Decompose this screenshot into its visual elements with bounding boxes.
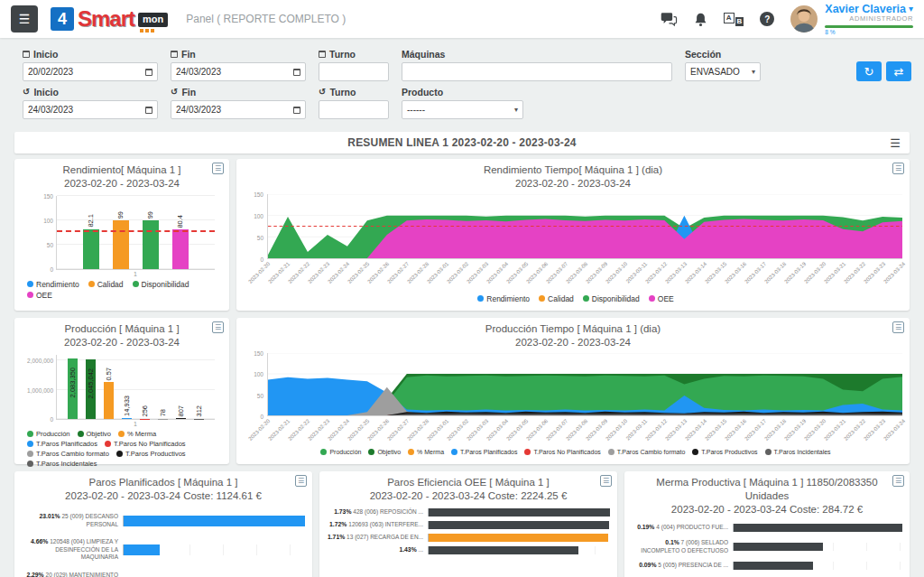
legend-item[interactable]: Objetivo	[78, 430, 112, 438]
card-menu-icon[interactable]: ☰	[212, 321, 224, 333]
card-menu-icon[interactable]: ☰	[295, 475, 307, 487]
y-tick-label: 100	[254, 212, 263, 219]
filter-panel: Inicio 20/02/2023 Fin 24/03/2023 Turno M…	[0, 38, 924, 126]
header-actions: A B ? Xavier Claveria▾ ADMINISTRADOR 8 %	[661, 3, 913, 35]
swap-button[interactable]: ⇄	[886, 61, 911, 81]
producto-select[interactable]: ------▾	[402, 100, 523, 119]
chart-title: Rendimiento Tiempo[ Máquina 1 ] (dia)202…	[244, 163, 902, 191]
translate-icon[interactable]: A B	[724, 13, 744, 26]
turno-2-input[interactable]	[319, 100, 389, 119]
legend-item[interactable]: Producción	[27, 430, 70, 438]
card-produccion: ☰ Producción [ Máquina 1 ]2023-02-20 - 2…	[14, 318, 229, 464]
fin-date-input[interactable]: 24/03/2023	[171, 62, 306, 81]
avatar[interactable]	[790, 5, 818, 33]
filter-seccion-label: Sección	[685, 49, 761, 60]
chevron-down-icon: ▾	[909, 4, 913, 14]
x-axis-tick: 1	[49, 271, 222, 277]
filter-fin-label: Fin	[171, 49, 306, 60]
legend-dot	[27, 441, 33, 447]
card-menu-icon[interactable]: ☰	[892, 475, 904, 487]
y-tick-label: 2,000,000	[27, 358, 53, 364]
legend-dot	[27, 451, 33, 457]
legend-item[interactable]: OEE	[27, 291, 52, 300]
bar-value-label: 78	[160, 409, 167, 416]
y-tick-label: 150	[254, 191, 263, 197]
turno-input[interactable]	[319, 62, 389, 81]
legend-item[interactable]: T.Paros Productivos	[116, 450, 186, 458]
card-menu-icon[interactable]: ☰	[212, 163, 224, 174]
chat-icon[interactable]	[661, 12, 678, 27]
bar-value-label: 99	[117, 211, 125, 219]
inicio-2-date-input[interactable]: 24/03/2023	[23, 100, 158, 119]
produccion-legend: ProducciónObjetivo% MermaT.Paros Planifi…	[22, 430, 222, 468]
paros-oee-chart: 1.73% 428 (006) REPOSICIÓN ...1.72% 1206…	[327, 508, 610, 554]
chart-title: Producción [ Máquina 1 ]2023-02-20 - 202…	[22, 322, 222, 349]
legend-dot	[27, 292, 33, 298]
y-tick-label: 1,000,000	[27, 386, 53, 393]
legend-item[interactable]: % Merma	[118, 430, 156, 438]
legend-item[interactable]: T.Paros No Planificados	[105, 440, 186, 448]
filter-inicio-2-label: ↺Inicio	[23, 87, 158, 98]
legend-dot	[105, 441, 111, 447]
legend-item[interactable]: T.Paros Cambio formato	[27, 450, 109, 458]
history-icon: ↺	[319, 88, 326, 97]
card-paros-planificados: ☰ Paros Planificados [ Máquina 1 ]2023-0…	[14, 471, 312, 577]
hbar-label: 1.73% 428 (006) REPOSICIÓN ...	[327, 508, 428, 517]
bar-value-label: 256	[142, 405, 149, 417]
legend-dot	[78, 431, 84, 437]
hbar-row: 1.43% ...	[327, 546, 610, 554]
menu-toggle-button[interactable]: ☰	[11, 5, 38, 33]
notifications-bell-icon[interactable]	[694, 12, 707, 27]
legend-item[interactable]: Calidad	[88, 280, 124, 289]
card-menu-icon[interactable]: ☰	[600, 475, 612, 487]
fin-2-date-input[interactable]: 24/03/2023	[171, 100, 306, 119]
card-paros-oee: ☰ Paros Eficiencia OEE [ Máquina 1 ]2023…	[319, 471, 617, 577]
history-icon: ↺	[23, 88, 30, 97]
legend-dot	[539, 295, 545, 302]
legend-dot	[583, 295, 589, 302]
logo-4: 4	[51, 7, 74, 31]
legend-item[interactable]: Rendimiento	[477, 294, 530, 303]
bar	[83, 229, 99, 269]
inicio-date-input[interactable]: 20/02/2023	[23, 62, 158, 81]
area-plot	[268, 194, 902, 258]
legend-item[interactable]: Disponibilidad	[133, 280, 189, 289]
merma-productiva-chart: 0.19% 4 (004) PRODUCTO FUE...0.1% 7 (006…	[632, 524, 902, 570]
y-axis: 050100150	[244, 194, 267, 259]
refresh-button[interactable]: ↻	[856, 61, 882, 81]
hbar-track	[733, 524, 902, 532]
legend-dot	[27, 281, 33, 287]
help-icon[interactable]: ?	[760, 12, 774, 26]
hbar-row: 1.71% 13 (027) RECARGA DE EN...	[327, 534, 610, 542]
filter-maquinas: Máquinas	[402, 49, 672, 81]
bar-value-label: 807	[178, 405, 185, 417]
hbar-row: 0.1% 7 (006) SELLADO INCOMPLETO O DEFECT…	[632, 539, 902, 554]
card-menu-icon[interactable]: ☰	[892, 163, 904, 174]
hbar-label: 0.1% 7 (006) SELLADO INCOMPLETO O DEFECT…	[632, 539, 733, 554]
hbar-track	[428, 508, 610, 517]
hbar-bar	[734, 562, 813, 570]
hbar-track	[428, 534, 610, 542]
hbar-label: 2.29% 20 (029) MANTENIMIENTO PREVENTIVO …	[22, 572, 123, 577]
seccion-select[interactable]: ENVASADO▾	[685, 62, 761, 81]
summary-bar: RESUMEN LINEA 1 2023-02-20 - 2023-03-24 …	[14, 132, 910, 154]
card-rendimiento-tiempo: ☰ Rendimiento Tiempo[ Máquina 1 ] (dia)2…	[236, 159, 910, 311]
legend-dot	[118, 431, 125, 437]
legend-dot	[27, 461, 33, 467]
hbar-bar	[429, 534, 608, 542]
hbar-bar	[124, 516, 305, 526]
hbar-label: 4.66% 120548 (004) LIMPIEZA Y DESINFECCI…	[22, 538, 123, 562]
charts-row-3: ☰ Paros Planificados [ Máquina 1 ]2023-0…	[14, 471, 910, 577]
user-menu[interactable]: Xavier Claveria▾ ADMINISTRADOR 8 %	[790, 3, 913, 35]
legend-item[interactable]: Rendimiento	[27, 280, 79, 289]
app-logo[interactable]: 4 Smart mon	[51, 5, 168, 32]
filter-row-1: Inicio 20/02/2023 Fin 24/03/2023 Turno M…	[23, 49, 901, 81]
bar-value-label: 2,045,042	[88, 368, 95, 398]
card-menu-icon[interactable]: ☰	[892, 321, 904, 333]
summary-title: RESUMEN LINEA 1 2023-02-20 - 2023-03-24	[347, 136, 576, 149]
legend-item[interactable]: T.Paros Planificados	[27, 440, 97, 448]
menu-icon[interactable]: ☰	[890, 136, 901, 150]
maquinas-input[interactable]	[402, 62, 672, 81]
legend-item[interactable]: T.Paros Incidentales	[27, 460, 97, 468]
hbar-track	[123, 516, 305, 526]
